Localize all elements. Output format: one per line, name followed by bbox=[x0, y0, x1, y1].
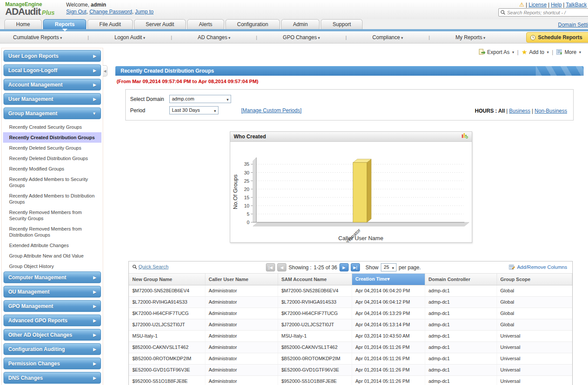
sidebar-section-other-ad-object-changes[interactable]: Other AD Object Changes▶ bbox=[3, 329, 101, 341]
sidebar-section-computer-management[interactable]: Computer Management▶ bbox=[3, 271, 101, 283]
column-header-caller-user-name[interactable]: Caller User Name bbox=[205, 274, 278, 285]
table-row[interactable]: $B52000-0ROTOMKDP2IMAdministrator$B52000… bbox=[129, 353, 572, 364]
column-header-group-scope[interactable]: Group Scope bbox=[497, 274, 572, 285]
column-header-sam-account-name[interactable]: SAM Account Name bbox=[278, 274, 352, 285]
sidebar-item-recently-removed-members-from-security-groups[interactable]: Recently Removed Members from Security G… bbox=[3, 207, 101, 224]
sidebar-item-extended-attribute-changes[interactable]: Extended Attribute Changes bbox=[3, 240, 101, 251]
first-page-button[interactable]: |◀ bbox=[266, 263, 275, 271]
sidebar-item-recently-created-distribution-groups[interactable]: Recently Created Distribution Groups bbox=[3, 132, 101, 143]
table-row[interactable]: $L72000-RVIHGA914S33Administrator$L72000… bbox=[129, 296, 572, 308]
subnav-gpo-changes[interactable]: GPO Changes bbox=[283, 34, 320, 40]
last-page-button[interactable]: ▶| bbox=[351, 263, 360, 271]
main-content: Export As | ★ Add to | More Recently Cre… bbox=[103, 44, 588, 385]
sidebar-item-group-attribute-new-and-old-value[interactable]: Group Attribute New and Old Value bbox=[3, 251, 101, 261]
subnav-cumulative-reports[interactable]: Cumulative Reports bbox=[13, 34, 62, 40]
sidebar-section-ou-management[interactable]: OU Management▶ bbox=[3, 286, 101, 298]
top-link-help[interactable]: Help bbox=[551, 2, 562, 8]
subnav-my-reports[interactable]: My Reports bbox=[456, 34, 485, 40]
sidebar-section-permission-changes[interactable]: Permission Changes▶ bbox=[3, 358, 101, 369]
domain-settings-link[interactable]: Domain Settings bbox=[558, 22, 588, 28]
table-row[interactable]: $M72000-SN528E0B6EV4Administrator$M72000… bbox=[129, 285, 572, 296]
tab-home[interactable]: Home bbox=[4, 19, 42, 29]
manage-custom-periods-link[interactable]: [Manage Custom Periods] bbox=[241, 107, 302, 114]
warning-icon[interactable]: ⚠ bbox=[519, 1, 524, 8]
tab-server-audit[interactable]: Server Audit bbox=[134, 19, 186, 29]
more-button[interactable]: More bbox=[556, 49, 581, 55]
sidebar-section-user-management[interactable]: User Management▶ bbox=[3, 93, 101, 105]
tab-reports[interactable]: Reports bbox=[43, 19, 86, 29]
tab-support[interactable]: Support bbox=[321, 19, 363, 29]
prev-page-button[interactable]: ◀ bbox=[277, 263, 286, 271]
welcome-text: Welcome, admin bbox=[66, 2, 106, 8]
sidebar-section-label: Local Logon-Logoff bbox=[8, 67, 93, 74]
export-as-button[interactable]: Export As bbox=[479, 49, 514, 55]
tab-configuration[interactable]: Configuration bbox=[225, 19, 280, 29]
subnav-compliance[interactable]: Compliance bbox=[373, 34, 403, 40]
add-to-button[interactable]: ★ Add to bbox=[521, 49, 549, 55]
sidebar-item-group-object-history[interactable]: Group Object History bbox=[3, 261, 101, 271]
cell: admp-dc1 bbox=[425, 341, 497, 353]
sidebar-item-recently-modified-groups[interactable]: Recently Modified Groups bbox=[3, 164, 101, 174]
header-link-jump-to[interactable]: Jump to bbox=[135, 9, 154, 15]
column-header-domain-controller[interactable]: Domain Controller bbox=[425, 274, 497, 285]
sidebar-section-account-management[interactable]: Account Management▶ bbox=[3, 79, 101, 90]
table-row[interactable]: $E52000-GVD1GTF96V3EAdministrator$E52000… bbox=[129, 364, 572, 375]
column-header-creation-time[interactable]: Creation Time▾ bbox=[352, 274, 425, 285]
hours-all-label[interactable]: HOURS : All bbox=[475, 108, 505, 114]
app-logo: ManageEngine ADAudit Plus bbox=[5, 2, 55, 17]
add-remove-columns-link[interactable]: Add/Remove Columns bbox=[509, 264, 567, 270]
table-row[interactable]: $952000-S51O1B8FJE8EAdministrator$952000… bbox=[129, 375, 572, 385]
domain-select[interactable]: admp.com bbox=[169, 95, 231, 103]
table-controls: Quick Search |◀ ◀ Showing : 1-25 of 36 ▶… bbox=[129, 261, 572, 274]
table-row[interactable]: $K72000-H64CFIF7TUCGAdministrator$K72000… bbox=[129, 308, 572, 319]
search-input[interactable]: Search Reports; shortcut - / bbox=[498, 8, 588, 17]
top-link-talkback[interactable]: TalkBack bbox=[566, 2, 587, 8]
pagination: |◀ ◀ Showing : 1-25 of 36 ▶ ▶| Show 25 p… bbox=[266, 263, 421, 271]
report-date-range: (From Mar 09,2014 09:57:04 PM to Apr 08,… bbox=[117, 79, 259, 84]
cell: $J72000-U2LJCS2TI0JT bbox=[278, 319, 352, 330]
hours-business-link[interactable]: Business bbox=[509, 108, 531, 114]
sidebar-section-local-logon-logoff[interactable]: Local Logon-Logoff▶ bbox=[3, 64, 101, 76]
subnav-separator: | bbox=[171, 35, 172, 40]
sidebar-item-recently-removed-members-from-distribution-groups[interactable]: Recently Removed Members from Distributi… bbox=[3, 224, 101, 240]
sidebar-section-configuration-auditing[interactable]: Configuration Auditing▶ bbox=[3, 343, 101, 355]
period-select[interactable]: Last 30 Days bbox=[169, 106, 218, 114]
column-header-new-group-name[interactable]: New Group Name bbox=[129, 274, 205, 285]
chevron-right-icon: ▶ bbox=[93, 290, 96, 294]
columns-edit-icon bbox=[509, 264, 515, 270]
period-label: Period bbox=[130, 107, 169, 114]
next-page-button[interactable]: ▶ bbox=[339, 263, 349, 271]
subnav-logon-audit[interactable]: Logon Audit bbox=[114, 34, 145, 40]
top-link-license[interactable]: License bbox=[528, 2, 546, 8]
hours-nonbusiness-link[interactable]: Non-Business bbox=[534, 108, 567, 114]
subnav-ad-changes[interactable]: AD Changes bbox=[198, 34, 230, 40]
table-row[interactable]: MSU-Italy-1AdministratorMSU-Italy-1Apr 0… bbox=[129, 330, 572, 341]
subnav-separator: | bbox=[346, 35, 347, 40]
sidebar-section-advanced-gpo-reports[interactable]: Advanced GPO Reports▶ bbox=[3, 315, 101, 326]
sidebar-section-group-management[interactable]: Group Management▼ bbox=[3, 107, 101, 119]
per-page-label: per page. bbox=[399, 264, 421, 271]
sidebar-item-recently-added-members-to-distribution-groups[interactable]: Recently Added Members to Distribution G… bbox=[3, 191, 101, 207]
header-link-sign-out[interactable]: Sign Out bbox=[66, 9, 87, 15]
table-row[interactable]: $852000-CAKNVSL1T462Administrator$852000… bbox=[129, 341, 572, 353]
schedule-reports-button[interactable]: Schedule Reports bbox=[526, 32, 588, 43]
sidebar-section-gpo-management[interactable]: GPO Management▶ bbox=[3, 300, 101, 312]
tab-file-audit[interactable]: File Audit bbox=[87, 19, 132, 29]
cell: Apr 01,2014 05:11:26 PM bbox=[352, 341, 425, 353]
page-size-select[interactable]: 25 bbox=[381, 263, 396, 271]
tab-alerts[interactable]: Alerts bbox=[187, 19, 224, 29]
who-created-chart-panel: Who Created 05101520253035administratorC… bbox=[230, 131, 472, 243]
chart-type-icon[interactable] bbox=[461, 132, 468, 139]
sidebar-item-recently-added-members-to-security-groups[interactable]: Recently Added Members to Security Group… bbox=[3, 174, 101, 191]
sidebar-item-recently-deleted-distribution-groups[interactable]: Recently Deleted Distribution Groups bbox=[3, 153, 101, 164]
table-row[interactable]: $J72000-U2LJCS2TI0JTAdministrator$J72000… bbox=[129, 319, 572, 330]
quick-search-link[interactable]: Quick Search bbox=[132, 264, 168, 269]
sidebar-section-dns-changes[interactable]: DNS Changes▶ bbox=[3, 372, 101, 384]
sidebar-section-user-logon-reports[interactable]: User Logon Reports▶ bbox=[3, 50, 101, 62]
sidebar-collapse-handle[interactable]: ◀ bbox=[103, 65, 108, 77]
header-link-change-password[interactable]: Change Password bbox=[89, 9, 132, 15]
sidebar-item-recently-created-security-groups[interactable]: Recently Created Security Groups bbox=[3, 122, 101, 132]
cell: admp-dc1 bbox=[425, 319, 497, 330]
tab-admin[interactable]: Admin bbox=[281, 19, 319, 29]
sidebar-item-recently-deleted-security-groups[interactable]: Recently Deleted Security Groups bbox=[3, 143, 101, 153]
